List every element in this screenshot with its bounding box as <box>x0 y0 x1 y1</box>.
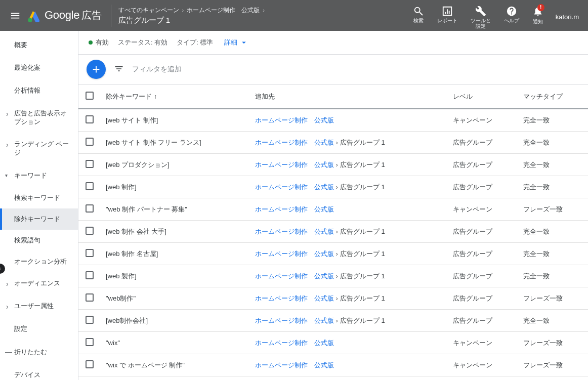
cell-match: 完全一致 <box>518 221 588 243</box>
dest-version-link[interactable]: 公式版 <box>314 272 334 280</box>
dest-version-link[interactable]: 公式版 <box>314 339 334 347</box>
cell-keyword[interactable]: [web 制作 名古屋] <box>101 243 250 265</box>
header-notifications-button[interactable]: ! 通知 <box>528 5 548 25</box>
breadcrumb-current[interactable]: 広告グループ 1 <box>118 16 265 25</box>
breadcrumb-root[interactable]: すべてのキャンペーン <box>118 6 179 15</box>
header-reports-button[interactable]: レポート <box>433 5 461 24</box>
cell-level: 広告グループ <box>448 176 518 198</box>
sidenav-item-settings[interactable]: 設定 <box>0 318 78 341</box>
cell-keyword[interactable]: [web サイト 制作 フリー ランス] <box>101 132 250 154</box>
dest-campaign-link[interactable]: ホームページ制作 <box>255 183 308 191</box>
dest-version-link[interactable]: 公式版 <box>314 205 334 213</box>
notification-badge: ! <box>537 4 544 11</box>
sidenav-item-landing-pages[interactable]: ランディング ページ <box>0 133 78 164</box>
dest-version-link[interactable]: 公式版 <box>314 116 334 124</box>
row-checkbox[interactable] <box>86 227 94 235</box>
reports-label: レポート <box>437 18 457 23</box>
cell-keyword[interactable]: [web 制作] <box>101 176 250 198</box>
add-button[interactable] <box>87 60 106 79</box>
filter-placeholder[interactable]: フィルタを追加 <box>132 65 182 74</box>
dest-version-link[interactable]: 公式版 <box>314 161 334 168</box>
cell-keyword[interactable]: [web サイト 制作] <box>101 109 250 132</box>
row-checkbox[interactable] <box>86 338 94 346</box>
table-row: [web サイト 制作 フリー ランス]ホームページ制作 公式版›広告グループ … <box>78 132 588 154</box>
cell-keyword[interactable]: [web 製作] <box>101 265 250 287</box>
dest-campaign-link[interactable]: ホームページ制作 <box>255 272 308 280</box>
dest-campaign-link[interactable]: ホームページ制作 <box>255 317 308 324</box>
dest-version-link[interactable]: 公式版 <box>314 139 334 146</box>
dest-campaign-link[interactable]: ホームページ制作 <box>255 339 308 347</box>
dest-version-link[interactable]: 公式版 <box>314 317 334 324</box>
cell-keyword[interactable]: "web 制作 パートナー 募集" <box>101 198 250 221</box>
status-enabled[interactable]: 有効 <box>89 38 109 47</box>
sidenav-item-demographics[interactable]: ユーザー属性 <box>0 295 78 318</box>
sidenav-sub-negative-keywords[interactable]: 除外キーワード <box>0 208 78 230</box>
cell-keyword[interactable]: "wix" <box>101 332 250 354</box>
help-label: ヘルプ <box>504 18 519 23</box>
dest-version-link[interactable]: 公式版 <box>314 250 334 258</box>
row-checkbox[interactable] <box>86 182 94 190</box>
table-row: "wix"ホームページ制作 公式版キャンペーンフレーズ一致 <box>78 332 588 354</box>
sidenav-sub-search-keywords[interactable]: 検索キーワード <box>0 187 78 208</box>
select-all-checkbox[interactable] <box>86 92 94 100</box>
row-checkbox[interactable] <box>86 293 94 302</box>
sidenav-item-recommendations[interactable]: 最適化案 <box>0 57 78 79</box>
cell-keyword[interactable]: "wix で ホームページ 制作" <box>101 354 250 376</box>
header-help-button[interactable]: ヘルプ <box>500 5 523 24</box>
dest-campaign-link[interactable]: ホームページ制作 <box>255 116 308 124</box>
dest-campaign-link[interactable]: ホームページ制作 <box>255 294 308 302</box>
dest-adgroup-text: 広告グループ 1 <box>340 294 385 302</box>
dest-version-link[interactable]: 公式版 <box>314 361 334 369</box>
sidenav-item-devices[interactable]: デバイス <box>0 364 78 380</box>
row-checkbox[interactable] <box>86 204 94 213</box>
row-checkbox[interactable] <box>86 115 94 123</box>
dest-campaign-link[interactable]: ホームページ制作 <box>255 205 308 213</box>
header-tools-settings-button[interactable]: ツールと設定 <box>467 5 495 30</box>
cell-keyword[interactable]: [web 制作 会社 大手] <box>101 221 250 243</box>
breadcrumb-campaign[interactable]: ホームページ制作 公式版 <box>187 6 260 15</box>
cell-keyword[interactable]: [web プロダクション] <box>101 154 250 176</box>
dest-campaign-link[interactable]: ホームページ制作 <box>255 228 308 235</box>
cell-match: 完全一致 <box>518 109 588 132</box>
dest-version-link[interactable]: 公式版 <box>314 228 334 235</box>
col-keyword[interactable]: 除外キーワード↑ <box>101 85 250 109</box>
row-checkbox[interactable] <box>86 316 94 324</box>
sidenav-item-audiences[interactable]: オーディエンス <box>0 272 78 295</box>
cell-keyword[interactable]: [web制作会社] <box>101 310 250 332</box>
row-checkbox[interactable] <box>86 360 94 368</box>
sidenav-sub-auction-insights[interactable]: オークション分析 <box>0 251 78 272</box>
dest-version-link[interactable]: 公式版 <box>314 183 334 191</box>
sidenav-sub-search-terms[interactable]: 検索語句 <box>0 230 78 251</box>
sidenav-item-overview[interactable]: 概要 <box>0 34 78 57</box>
status-detail-link[interactable]: 詳細 <box>224 38 248 47</box>
dest-campaign-link[interactable]: ホームページ制作 <box>255 161 308 168</box>
account-label[interactable]: katori.m <box>556 13 579 21</box>
dest-campaign-link[interactable]: ホームページ制作 <box>255 250 308 258</box>
table-scroll[interactable]: 除外キーワード↑ 追加先 レベル マッチタイプ [web サイト 制作]ホームペ… <box>78 85 588 380</box>
sidenav-collapse-section[interactable]: 折りたたむ <box>0 341 78 364</box>
row-checkbox[interactable] <box>86 160 94 168</box>
sidenav-item-keywords[interactable]: キーワード <box>0 164 78 187</box>
header-search-button[interactable]: 検索 <box>409 5 428 24</box>
cell-level: 広告グループ <box>448 132 518 154</box>
cell-level: キャンペーン <box>448 376 518 381</box>
sidenav-item-ads-extensions[interactable]: 広告と広告表示オプション <box>0 102 78 134</box>
row-checkbox[interactable] <box>86 271 94 279</box>
row-checkbox[interactable] <box>86 249 94 257</box>
sidenav-item-insights[interactable]: 分析情報 <box>0 79 78 102</box>
dest-version-link[interactable]: 公式版 <box>314 294 334 302</box>
row-checkbox[interactable] <box>86 138 94 146</box>
toolbar: フィルタを追加 <box>78 55 588 85</box>
dest-campaign-link[interactable]: ホームページ制作 <box>255 361 308 369</box>
dest-campaign-link[interactable]: ホームページ制作 <box>255 139 308 146</box>
hamburger-menu-icon[interactable] <box>5 6 25 26</box>
status-dot-icon <box>89 40 93 45</box>
col-added-to[interactable]: 追加先 <box>250 85 448 109</box>
filter-icon[interactable] <box>114 64 124 75</box>
col-level[interactable]: レベル <box>448 85 518 109</box>
col-match[interactable]: マッチタイプ <box>518 85 588 109</box>
cell-keyword[interactable]: "web制作" <box>101 287 250 310</box>
logo-area[interactable]: Google広告 <box>27 9 102 22</box>
cell-keyword[interactable]: "xd" <box>101 376 250 381</box>
header-tools: 検索 レポート ツールと設定 ヘルプ ! 通知 katori.m <box>409 2 588 30</box>
